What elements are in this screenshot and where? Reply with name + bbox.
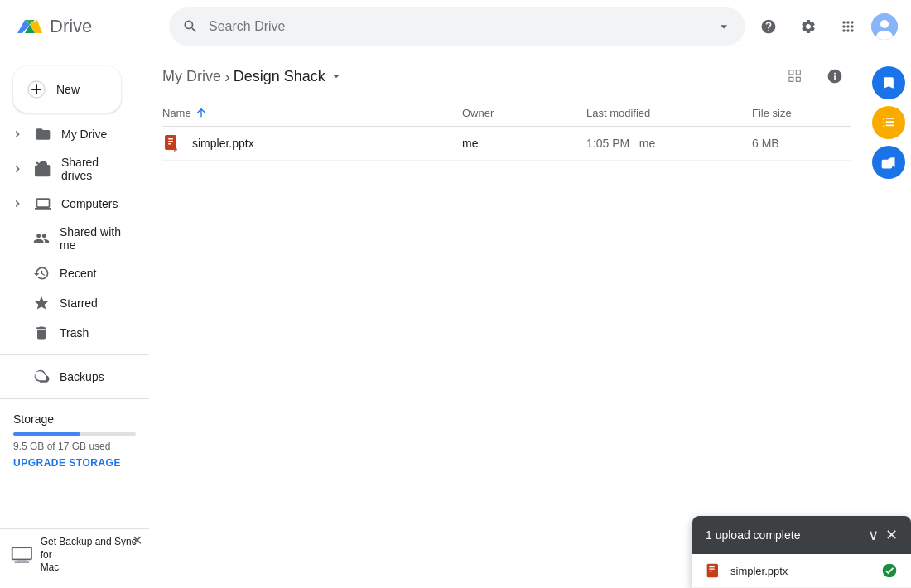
- sidebar-item-label: Shared with me: [60, 225, 126, 252]
- sidebar-divider-2: [0, 398, 149, 399]
- keep-icon-button[interactable]: [872, 66, 905, 99]
- backup-close-button[interactable]: ✕: [132, 533, 142, 548]
- sort-ascending-icon: [195, 106, 208, 119]
- column-name[interactable]: Name: [162, 106, 462, 119]
- toast-header-actions: ∨ ✕: [868, 526, 898, 544]
- toast-header: 1 upload complete ∨ ✕: [692, 516, 911, 554]
- toast-close-button[interactable]: ✕: [885, 526, 898, 544]
- help-button[interactable]: [752, 10, 785, 43]
- column-owner: Owner: [462, 107, 586, 119]
- table-row[interactable]: P simpler.pptx me 1:05 PM me 6 MB: [162, 127, 851, 161]
- right-panel: [865, 53, 911, 588]
- sidebar-item-starred[interactable]: Starred: [0, 288, 136, 318]
- svg-rect-15: [168, 138, 173, 140]
- sidebar-item-label: Computers: [61, 197, 118, 210]
- file-list: Name Owner Last modified File size: [149, 99, 865, 588]
- pptx-file-icon: P: [162, 133, 182, 153]
- search-input[interactable]: [209, 19, 706, 34]
- breadcrumb-separator: ›: [224, 67, 230, 86]
- toast-file-name: simpler.pptx: [730, 565, 873, 577]
- help-icon: [760, 18, 777, 35]
- sidebar-item-my-drive[interactable]: My Drive: [0, 119, 136, 149]
- info-icon: [827, 68, 843, 84]
- search-bar[interactable]: [169, 7, 745, 46]
- sidebar-divider: [0, 354, 149, 355]
- new-plus-icon: [27, 80, 46, 99]
- file-size: 6 MB: [752, 137, 851, 150]
- upload-complete-icon: [881, 562, 898, 579]
- chevron-down-icon: [329, 69, 344, 84]
- toast-collapse-button[interactable]: ∨: [868, 526, 879, 544]
- settings-button[interactable]: [792, 10, 825, 43]
- file-name: simpler.pptx: [192, 137, 462, 150]
- sidebar-item-computers[interactable]: Computers: [0, 189, 136, 219]
- upload-toast: 1 upload complete ∨ ✕ simpler.pptx: [692, 516, 911, 588]
- meet-icon: [880, 154, 897, 171]
- toast-pptx-icon: [706, 562, 722, 579]
- sidebar-item-recent[interactable]: Recent: [0, 258, 136, 288]
- file-list-header: Name Owner Last modified File size: [162, 99, 851, 127]
- sidebar-item-label: Shared drives: [61, 156, 126, 182]
- file-owner: me: [462, 137, 586, 150]
- svg-rect-13: [14, 561, 29, 563]
- info-button[interactable]: [818, 60, 851, 93]
- svg-point-5: [880, 20, 889, 28]
- toast-title: 1 upload complete: [706, 528, 800, 542]
- sidebar-item-label: Backups: [60, 370, 104, 383]
- breadcrumb-parent[interactable]: My Drive: [162, 68, 221, 85]
- breadcrumb-actions: [778, 60, 851, 93]
- meet-icon-button[interactable]: [872, 146, 905, 179]
- sidebar-item-label: My Drive: [61, 128, 107, 141]
- computers-icon: [35, 195, 51, 212]
- sidebar-item-label: Recent: [60, 267, 96, 280]
- main-layout: New My Drive Shared drives: [0, 53, 911, 588]
- tasks-icon: [880, 114, 897, 131]
- storage-section: Storage 9.5 GB of 17 GB used UPGRADE STO…: [0, 406, 149, 475]
- settings-icon: [800, 18, 817, 35]
- keep-icon: [880, 75, 897, 91]
- shared-with-me-icon: [33, 230, 50, 247]
- new-button[interactable]: New: [13, 66, 121, 113]
- column-last-modified: Last modified: [586, 107, 752, 119]
- my-drive-icon: [35, 126, 51, 142]
- avatar[interactable]: [871, 13, 898, 40]
- chevron-right-icon: [10, 161, 25, 176]
- svg-rect-11: [13, 548, 31, 559]
- grid-view-button[interactable]: [778, 60, 812, 93]
- topbar-right: [752, 10, 898, 43]
- storage-bar-fill: [13, 432, 80, 436]
- apps-icon: [840, 18, 856, 35]
- sidebar-item-trash[interactable]: Trash: [0, 318, 136, 348]
- svg-text:P: P: [174, 147, 177, 152]
- upgrade-storage-link[interactable]: UPGRADE STORAGE: [13, 457, 136, 469]
- grid-view-icon: [787, 68, 803, 84]
- breadcrumb-bar: My Drive › Design Shack: [149, 53, 865, 99]
- computer-icon: [10, 542, 34, 569]
- tasks-icon-button[interactable]: [872, 106, 905, 139]
- apps-button[interactable]: [831, 10, 865, 43]
- chevron-right-icon: [10, 196, 25, 211]
- new-button-label: New: [56, 83, 80, 96]
- svg-point-23: [883, 564, 897, 578]
- storage-label: Storage: [13, 412, 136, 426]
- sidebar-item-shared-with-me[interactable]: Shared with me: [0, 219, 136, 258]
- svg-rect-12: [17, 560, 27, 561]
- sidebar-item-shared-drives[interactable]: Shared drives: [0, 149, 136, 189]
- chevron-right-icon: [10, 127, 25, 142]
- storage-bar-background: [13, 432, 136, 436]
- breadcrumb-current[interactable]: Design Shack: [234, 68, 344, 85]
- sidebar-item-backups[interactable]: Backups: [0, 362, 136, 392]
- search-dropdown-icon[interactable]: [716, 18, 732, 35]
- column-file-size: File size: [752, 107, 851, 119]
- recent-icon: [33, 265, 50, 282]
- logo-area: Drive: [13, 10, 162, 43]
- breadcrumb: My Drive › Design Shack: [162, 67, 344, 86]
- storage-used-text: 9.5 GB of 17 GB used: [13, 441, 136, 452]
- svg-rect-16: [168, 141, 173, 142]
- logo-text: Drive: [50, 16, 92, 37]
- svg-rect-21: [709, 569, 715, 570]
- svg-rect-17: [168, 143, 171, 145]
- breadcrumb-current-label: Design Shack: [234, 68, 325, 85]
- user-avatar-icon: [871, 13, 898, 40]
- sidebar-bottom: Get Backup and Sync for Mac ✕: [0, 528, 149, 581]
